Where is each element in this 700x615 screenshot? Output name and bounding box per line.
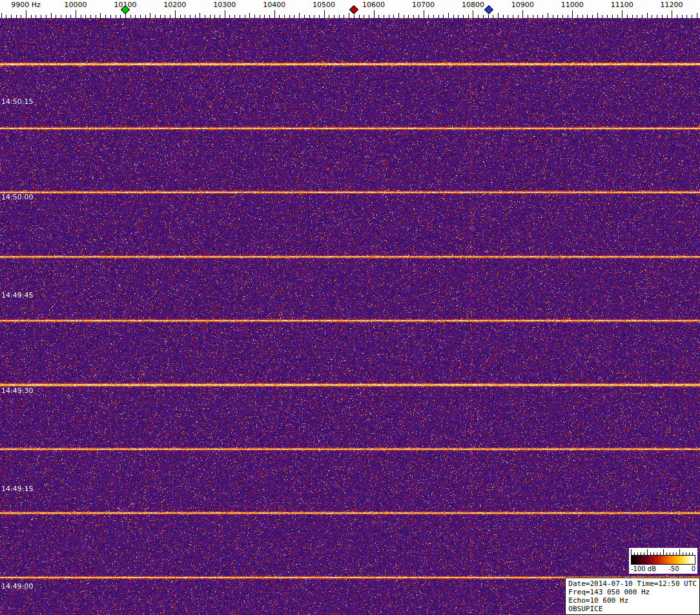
ruler-label: 11000 [561,1,584,9]
waterfall-display[interactable] [0,18,700,615]
ruler-tick [349,13,349,18]
ruler-tick [404,15,404,18]
ruler-tick [424,10,424,18]
ruler-label: 10700 [412,1,435,9]
ruler-tick [6,15,6,18]
ruler-tick [165,15,165,18]
ruler-label: 10500 [313,1,335,9]
ruler-label: 10900 [511,1,534,9]
ruler-tick [334,15,335,18]
ruler-tick [274,10,275,18]
ruler-tick [41,15,41,18]
ruler-tick [692,15,692,18]
ruler-tick [229,15,230,18]
ruler-tick [443,15,444,18]
time-label: 14:49:00 [1,582,33,590]
ruler-label: 10800 [462,1,484,9]
ruler-tick [493,15,493,18]
ruler-tick [478,15,479,18]
ruler-tick [96,15,96,18]
ruler-tick [279,15,280,18]
ruler-tick [249,13,250,18]
ruler-tick [513,15,513,18]
ruler-tick [214,15,215,18]
ruler-tick [11,15,12,18]
ruler-label: 10000 [64,1,87,9]
ruler-tick [393,15,394,18]
ruler-tick [433,15,434,18]
ruler-tick [309,15,310,18]
ruler-tick [90,15,91,18]
ruler-tick [473,10,473,18]
legend-label-max: 0 [692,565,695,573]
ruler-label: 10200 [163,1,186,9]
ruler-tick [428,15,429,18]
info-station-id: OBSUPICE [568,605,697,613]
ruler-tick [26,10,26,18]
ruler-tick [145,15,146,18]
ruler-tick [662,15,663,18]
ruler-tick [289,15,290,18]
ruler-tick [617,15,618,18]
ruler-tick [627,15,628,18]
ruler-tick [582,15,583,18]
ruler-tick [70,15,71,18]
ruler-tick [438,15,439,18]
ruler-tick [100,13,101,18]
ruler-tick [220,15,220,18]
ruler-tick [468,15,469,18]
legend-label-mid: -50 [668,565,679,573]
ruler-tick [36,15,36,18]
ruler-tick [269,15,270,18]
ruler-tick [210,15,211,18]
ruler-tick [602,15,602,18]
legend-label-min: -100 dB [631,565,656,573]
ruler-tick [413,15,414,18]
ruler-tick [160,15,161,18]
ruler-tick [200,13,200,18]
ruler-tick [448,13,449,18]
red-marker[interactable] [349,5,358,14]
ruler-tick [597,13,598,18]
ruler-tick [682,15,683,18]
ruler-tick [85,15,86,18]
info-date-time: Date=2014-07-10 Time=12:50 UTC [568,580,697,588]
blue-marker[interactable] [484,5,493,14]
ruler-tick [607,15,608,18]
frequency-ruler[interactable]: 9900 Hz100001010010200103001040010500106… [0,0,700,18]
ruler-tick [503,15,504,18]
ruler-tick [304,15,305,18]
ruler-tick [374,10,375,18]
ruler-tick [542,15,543,18]
ruler-tick [185,15,185,18]
ruler-tick [622,10,623,18]
ruler-tick [180,15,181,18]
ruler-tick [195,15,196,18]
ruler-tick [686,15,687,18]
ruler-tick [245,15,245,18]
ruler-tick [389,15,389,18]
ruler-tick [354,15,355,18]
spectrogram-window: 9900 Hz100001010010200103001040010500106… [0,0,700,615]
ruler-tick [369,15,369,18]
time-label: 14:50:00 [1,193,33,201]
info-box: Date=2014-07-10 Time=12:50 UTC Freq=143 … [565,578,700,615]
ruler-tick [657,15,657,18]
ruler-tick [572,10,573,18]
ruler-tick [81,15,81,18]
ruler-tick [697,13,697,18]
ruler-tick [647,13,648,18]
ruler-label: 9900 Hz [11,1,41,9]
ruler-tick [378,15,379,18]
ruler-tick [672,10,672,18]
ruler-tick [234,15,235,18]
ruler-tick [51,13,52,18]
ruler-tick [498,13,499,18]
ruler-tick [339,15,340,18]
ruler-tick [299,13,300,18]
color-scale-legend: -100 dB -50 0 [629,548,697,574]
ruler-tick [225,10,225,18]
ruler-tick [642,15,643,18]
ruler-tick [384,15,384,18]
ruler-tick [319,15,320,18]
